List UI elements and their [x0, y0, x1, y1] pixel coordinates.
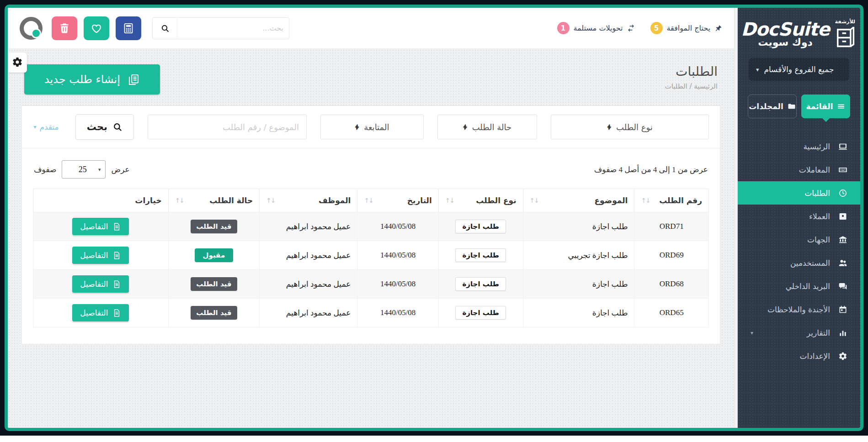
sidebar-item[interactable]: الأجندة والملاحظات: [738, 298, 860, 321]
search-icon[interactable]: [153, 18, 177, 39]
chevron-down-icon: ▾: [756, 66, 759, 73]
favorites-button[interactable]: [84, 16, 109, 40]
chevron-down-icon: ▾: [751, 330, 753, 336]
calendar-icon: [838, 305, 847, 314]
docsuite-logo: DocSuite دوك سويت للأرشفة: [738, 8, 860, 52]
branch-selector[interactable]: جميع الفروع والأقسام ▾: [749, 58, 849, 81]
calculator-icon: [122, 22, 134, 34]
request-type-select[interactable]: نوع الطلب ▲▼: [551, 115, 709, 139]
table-row: ORD69 طلب اجازة تجريبي طلب اجازة 1440/05…: [33, 241, 709, 270]
sidebar-item[interactable]: الجهات: [738, 228, 860, 251]
sidebar-menu: الرئيسيةالمعاملاتالطلباتالعملاءالجهاتالم…: [738, 135, 860, 368]
sidebar-item-label: العملاء: [809, 212, 830, 221]
sort-icon: ↓↑: [266, 197, 275, 204]
subject-or-number-input[interactable]: [148, 115, 307, 139]
notification-received-transfers[interactable]: تحويلات مستلمة1: [557, 22, 635, 34]
request-status-select[interactable]: حالة الطلب ▲▼: [437, 115, 537, 139]
request-type-badge: طلب اجازة: [455, 277, 506, 291]
sidebar-item[interactable]: التقارير▾: [738, 321, 860, 344]
details-button[interactable]: التفاصيل: [72, 247, 129, 264]
trash-icon: [59, 22, 70, 34]
request-type-badge: طلب اجازة: [455, 220, 506, 233]
request-employee: عميل محمود ابراهيم: [260, 212, 357, 241]
sidebar-item-label: الإعدادات: [799, 352, 830, 361]
filters-bar: نوع الطلب ▲▼ حالة الطلب ▲▼ المتابعة ▲▼: [22, 106, 720, 148]
sidebar-item[interactable]: المعاملات: [738, 158, 860, 181]
table-row: ORD71 طلب اجازة طلب اجازة 1440/05/08 عمي…: [33, 212, 709, 241]
sidebar-item[interactable]: الإعدادات: [738, 344, 860, 368]
request-date: 1440/05/08: [357, 212, 438, 241]
sidebar: DocSuite دوك سويت للأرشفة جميع الفروع وا…: [738, 8, 860, 428]
advanced-search-link[interactable]: متقدم ▾: [33, 122, 59, 132]
column-header[interactable]: التاريخ↓↑: [357, 189, 438, 212]
calculator-button[interactable]: [116, 16, 141, 40]
sort-icon: ↓↑: [530, 197, 538, 204]
notification-count: 5: [650, 22, 663, 34]
request-subject: طلب اجازة: [523, 270, 634, 299]
search-button[interactable]: بحث: [75, 114, 134, 140]
select-arrows-icon: ▲▼: [607, 124, 611, 130]
sidebar-item[interactable]: الطلبات: [738, 181, 860, 205]
column-header[interactable]: رقم الطلب↓↑: [634, 189, 709, 212]
breadcrumb[interactable]: الرئيسية / الطلبات: [665, 82, 718, 90]
notification-needs-approval[interactable]: يحتاج الموافقة5: [650, 22, 723, 34]
table-header-row: رقم الطلب↓↑الموضوع↓↑نوع الطلب↓↑التاريخ↓↑…: [33, 189, 709, 212]
copy-document-icon: [128, 74, 140, 86]
sidebar-item[interactable]: البريد الداخلي: [738, 274, 860, 298]
request-subject: طلب اجازة: [523, 212, 634, 241]
notification-count: 1: [557, 22, 570, 34]
sidebar-item-label: التقارير: [807, 328, 830, 337]
chat-icon: [838, 282, 847, 291]
settings-tab-button[interactable]: [8, 53, 27, 73]
document-icon: [112, 222, 121, 231]
details-button[interactable]: التفاصيل: [72, 275, 129, 293]
sidebar-item-label: البريد الداخلي: [786, 282, 830, 291]
column-header: خيارات: [33, 189, 169, 212]
sidebar-tab-folders[interactable]: المجلدات: [748, 95, 797, 118]
create-request-button[interactable]: إنشاء طلب جديد: [24, 64, 160, 95]
gear-icon: [838, 352, 847, 361]
page-size-control: عرض ▾ 25 صفوف: [34, 160, 130, 179]
request-id: ORD69: [634, 241, 709, 270]
scrollbar[interactable]: [734, 8, 738, 428]
requests-card: نوع الطلب ▲▼ حالة الطلب ▲▼ المتابعة ▲▼: [21, 105, 720, 344]
request-employee: عميل محمود ابراهيم: [260, 270, 357, 299]
sort-icon: ↓↑: [641, 197, 650, 204]
column-header[interactable]: الموظف↓↑: [260, 189, 357, 212]
request-subject: طلب اجازة تجريبي: [523, 241, 634, 270]
bar-chart-icon: [838, 328, 847, 337]
sidebar-item[interactable]: المستخدمين: [738, 251, 860, 274]
sidebar-item-label: الجهات: [807, 235, 830, 244]
request-id: ORD71: [634, 212, 709, 241]
page-size-select[interactable]: ▾ 25: [62, 160, 106, 179]
pagination-info: عرض من 1 إلى 4 من أصل 4 صفوف: [594, 165, 708, 174]
sidebar-item-label: المستخدمين: [790, 258, 830, 268]
folder-icon: [788, 102, 796, 110]
sidebar-tabs: القائمةالمجلدات: [748, 95, 850, 118]
trash-button[interactable]: [52, 16, 77, 40]
details-button[interactable]: التفاصيل: [72, 218, 129, 235]
request-date: 1440/05/08: [357, 241, 438, 270]
column-header[interactable]: نوع الطلب↓↑: [438, 189, 523, 212]
status-badge: قيد الطلب: [191, 220, 237, 233]
details-button[interactable]: التفاصيل: [72, 304, 129, 321]
sidebar-item[interactable]: الرئيسية: [738, 135, 860, 158]
sidebar-tab-list[interactable]: القائمة: [801, 95, 850, 118]
search-input[interactable]: [177, 18, 289, 39]
chevron-down-icon: ▾: [98, 167, 101, 173]
sort-icon: ↓↑: [364, 197, 373, 204]
gear-icon: [12, 57, 23, 69]
column-header[interactable]: حالة الطلب↓↑: [168, 189, 260, 212]
follow-up-select[interactable]: المتابعة ▲▼: [320, 115, 424, 139]
request-date: 1440/05/08: [357, 270, 438, 299]
request-subject: طلب اجازة: [523, 299, 634, 327]
transfer-icon: [627, 24, 635, 32]
document-icon: [112, 251, 121, 260]
user-avatar[interactable]: [20, 17, 43, 40]
keyboard-icon: [838, 165, 847, 174]
logo-tagline: للأرشفة: [835, 19, 855, 25]
sidebar-item[interactable]: العملاء: [738, 205, 860, 228]
sort-icon: ↓↑: [445, 197, 454, 204]
request-date: 1440/05/08: [357, 299, 438, 327]
column-header[interactable]: الموضوع↓↑: [523, 189, 634, 212]
